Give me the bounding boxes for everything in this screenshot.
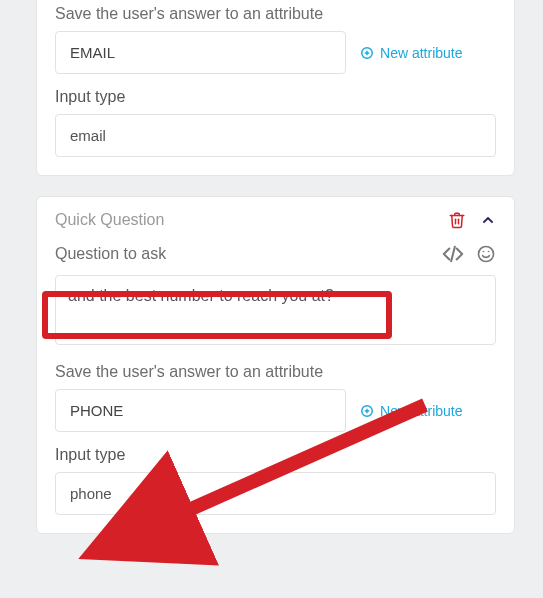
input-type-label: Input type: [55, 446, 125, 464]
input-type-select[interactable]: email: [55, 114, 496, 157]
input-type-label: Input type: [55, 88, 125, 106]
plus-circle-icon: [360, 404, 374, 418]
attribute-input[interactable]: EMAIL: [55, 31, 346, 74]
question-label-row: Question to ask: [55, 243, 496, 265]
question-label: Question to ask: [55, 245, 166, 263]
new-attribute-link[interactable]: New attribute: [360, 45, 462, 61]
new-attribute-label: New attribute: [380, 403, 462, 419]
save-attribute-label: Save the user's answer to an attribute: [55, 5, 323, 23]
code-icon[interactable]: [442, 243, 464, 265]
save-attribute-row: Save the user's answer to an attribute: [55, 363, 496, 381]
save-attribute-label: Save the user's answer to an attribute: [55, 363, 323, 381]
card-header: Quick Question: [55, 197, 496, 229]
svg-line-3: [451, 247, 455, 262]
trash-icon[interactable]: [448, 211, 466, 229]
plus-circle-icon: [360, 46, 374, 60]
question-card-phone: Quick Question Question to ask: [36, 196, 515, 534]
input-type-row: Input type: [55, 88, 496, 106]
new-attribute-link[interactable]: New attribute: [360, 403, 462, 419]
attribute-input-row: PHONE New attribute: [55, 389, 496, 432]
question-textarea[interactable]: and the best number to reach you at?: [55, 275, 496, 345]
question-card-email: Save the user's answer to an attribute E…: [36, 0, 515, 176]
new-attribute-label: New attribute: [380, 45, 462, 61]
input-type-select[interactable]: phone: [55, 472, 496, 515]
question-text: and the best number to reach you at?: [68, 286, 334, 307]
smile-icon[interactable]: [476, 244, 496, 264]
input-type-row: Input type: [55, 446, 496, 464]
attribute-input-row: EMAIL New attribute: [55, 31, 496, 74]
save-attribute-row: Save the user's answer to an attribute: [55, 5, 496, 23]
chevron-up-icon[interactable]: [480, 212, 496, 228]
attribute-input[interactable]: PHONE: [55, 389, 346, 432]
card-title: Quick Question: [55, 211, 164, 229]
svg-point-4: [479, 247, 494, 262]
